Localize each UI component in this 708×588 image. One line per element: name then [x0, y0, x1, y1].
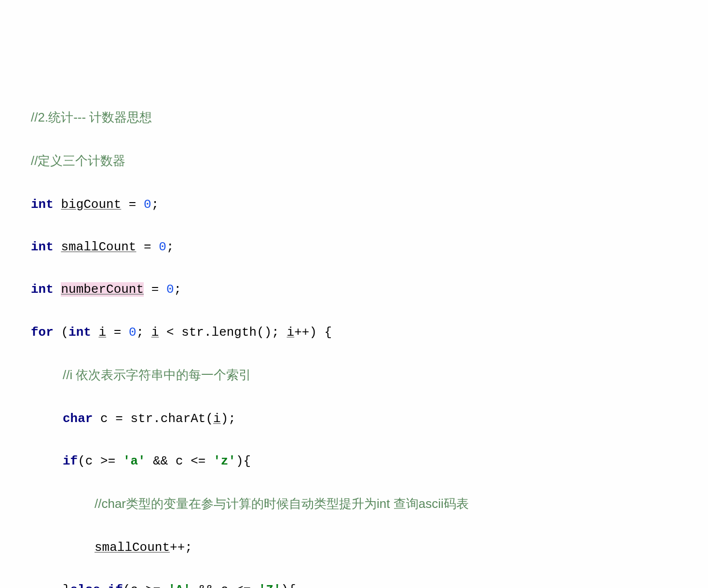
- code-line[interactable]: //char类型的变量在参与计算的时候自动类型提升为int 查询ascii码表: [0, 493, 708, 515]
- var-smallCount: smallCount: [61, 240, 136, 254]
- op: =: [121, 197, 144, 212]
- code-line[interactable]: }else if(c >= 'A' && c <= 'Z'){: [0, 579, 708, 588]
- code-line[interactable]: smallCount++;: [0, 537, 708, 558]
- semicolon: ;: [151, 197, 159, 212]
- text: ;: [136, 325, 151, 340]
- code-line[interactable]: char c = str.charAt(i);: [0, 408, 708, 429]
- paren: (c >=: [123, 583, 168, 588]
- brace: }: [63, 583, 70, 588]
- var-smallCount: smallCount: [95, 540, 170, 555]
- code-line[interactable]: //2.统计--- 计数器思想: [0, 107, 708, 129]
- keyword-for: for: [31, 325, 54, 340]
- var-i: i: [151, 325, 159, 340]
- text: ++;: [170, 540, 192, 555]
- code-line[interactable]: //i 依次表示字符串中的每一个索引: [0, 364, 708, 386]
- number-literal: 0: [129, 325, 136, 340]
- code-line[interactable]: int numberCount = 0;: [0, 279, 708, 300]
- char-literal: 'a': [123, 454, 146, 468]
- comment: //char类型的变量在参与计算的时候自动类型提升为int 查询ascii码表: [95, 496, 469, 511]
- paren: ){: [281, 583, 296, 588]
- comment: //定义三个计数器: [31, 153, 125, 168]
- number-literal: 0: [144, 197, 151, 212]
- keyword-elseif: else if: [70, 583, 123, 588]
- keyword-int: int: [31, 240, 54, 254]
- comment: //i 依次表示字符串中的每一个索引: [63, 368, 251, 382]
- code-line[interactable]: int smallCount = 0;: [0, 236, 708, 258]
- var-i: i: [98, 325, 106, 340]
- var-bigCount: bigCount: [61, 197, 121, 212]
- text: c = str.charAt(: [93, 411, 213, 426]
- code-line[interactable]: if(c >= 'a' && c <= 'z'){: [0, 451, 708, 472]
- semicolon: ;: [174, 282, 181, 297]
- text: );: [221, 411, 236, 426]
- keyword-int: int: [31, 197, 54, 212]
- var-i: i: [213, 411, 221, 426]
- keyword-int: int: [68, 325, 91, 340]
- code-line[interactable]: for (int i = 0; i < str.length(); i++) {: [0, 322, 708, 343]
- keyword-int: int: [31, 282, 54, 297]
- comment: //2.统计--- 计数器思想: [31, 110, 152, 124]
- code-editor-viewport: //2.统计--- 计数器思想 //定义三个计数器 int bigCount =…: [0, 85, 708, 588]
- keyword-char: char: [63, 411, 93, 426]
- var-i: i: [287, 325, 295, 340]
- op: =: [106, 325, 129, 340]
- text: ++) {: [294, 325, 332, 340]
- op: && c <=: [146, 454, 213, 468]
- paren: (c >=: [78, 454, 123, 468]
- paren: ){: [236, 454, 251, 468]
- number-literal: 0: [166, 282, 174, 297]
- op: <: [159, 325, 181, 340]
- char-literal: 'z': [213, 454, 236, 468]
- keyword-if: if: [63, 454, 78, 468]
- var-numberCount: numberCount: [61, 282, 144, 297]
- op: =: [136, 240, 159, 254]
- paren: (: [54, 325, 68, 340]
- op: =: [144, 282, 166, 297]
- method-call: str.length();: [181, 325, 286, 340]
- char-literal: 'A': [168, 583, 191, 588]
- semicolon: ;: [166, 240, 174, 254]
- char-literal: 'Z': [259, 583, 281, 588]
- code-line[interactable]: //定义三个计数器: [0, 150, 708, 172]
- number-literal: 0: [159, 240, 166, 254]
- op: && c <=: [191, 583, 258, 588]
- code-line[interactable]: int bigCount = 0;: [0, 194, 708, 215]
